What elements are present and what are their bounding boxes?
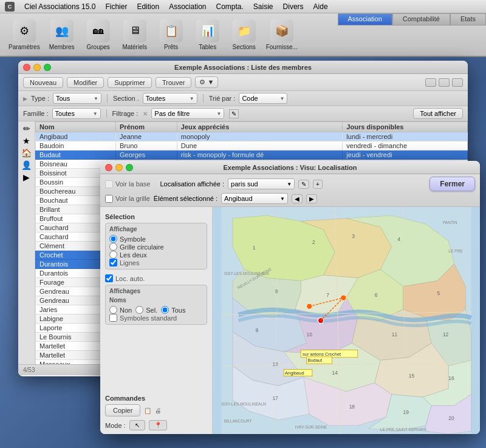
- supprimer-button[interactable]: Supprimer: [108, 77, 152, 88]
- filtrage-select[interactable]: Pas de filtre ▼: [151, 108, 224, 119]
- divider-1: [107, 94, 108, 103]
- table-row[interactable]: BudautGeorgesrisk - monopoly - formule d…: [36, 151, 468, 160]
- print2-icon[interactable]: 🖨: [155, 407, 161, 414]
- table-row[interactable]: AngibaudJeannemonopolylundi - mercredi: [36, 132, 468, 141]
- table-cell-prenom: Georges: [116, 151, 177, 160]
- svg-text:4: 4: [397, 236, 400, 242]
- gear-button[interactable]: ⚙ ▼: [195, 76, 218, 88]
- trouver-button[interactable]: Trouver: [156, 77, 192, 88]
- toolbar-btn-sections[interactable]: 📁 Sections: [230, 19, 259, 50]
- radio-grille-input[interactable]: [109, 243, 117, 251]
- radio-tous: Tous: [161, 306, 185, 314]
- radio-deux-input[interactable]: [109, 251, 117, 259]
- mode-cursor-button[interactable]: ↖: [129, 420, 145, 430]
- loc-auto-label: Loc. auto.: [115, 275, 145, 282]
- col-jours[interactable]: Jours disponibles: [343, 122, 468, 132]
- svg-text:IVRY-SUR-SEINE: IVRY-SUR-SEINE: [295, 425, 327, 429]
- radio-symbole-input[interactable]: [109, 235, 117, 243]
- svg-text:Budaut: Budaut: [307, 358, 323, 363]
- table-cell-prenom: Jeanne: [116, 132, 177, 141]
- copy-icon[interactable]: 📋: [144, 407, 151, 414]
- nouveau-button[interactable]: Nouveau: [23, 77, 63, 88]
- col-jeux[interactable]: Jeux appréciés: [177, 122, 343, 132]
- menu-edition[interactable]: Edition: [132, 1, 164, 12]
- trie-label: Trié par :: [209, 95, 236, 102]
- chart-icon-1[interactable]: [425, 78, 436, 87]
- menu-association[interactable]: Association: [164, 1, 211, 12]
- voir-base-checkbox[interactable]: [105, 180, 113, 188]
- visu-close-button[interactable]: [105, 164, 112, 171]
- radio-sel-input[interactable]: [135, 306, 143, 314]
- print-icon[interactable]: [452, 78, 463, 87]
- tab-association[interactable]: Association: [338, 13, 392, 25]
- famille-select[interactable]: Toutes ▼: [52, 108, 101, 119]
- modifier-button[interactable]: Modifier: [67, 77, 104, 88]
- chart-icon-2[interactable]: [439, 78, 450, 87]
- toolbar-btn-materiels[interactable]: 🖥 Matériels: [120, 19, 149, 50]
- tab-etats[interactable]: Etats: [450, 13, 486, 25]
- menu-divers[interactable]: Divers: [278, 1, 309, 12]
- tout-afficher-button[interactable]: Tout afficher: [413, 108, 463, 119]
- sidebar-star-icon[interactable]: ★: [22, 136, 30, 146]
- mode-pin-button[interactable]: 📍: [149, 420, 167, 430]
- filtrage-edit-icon[interactable]: ✎: [229, 109, 239, 118]
- svg-text:6: 6: [375, 292, 378, 298]
- table-row[interactable]: BaudoinBrunoDunevendredi - dimanche: [36, 141, 468, 151]
- svg-text:3: 3: [352, 233, 355, 239]
- localisation-add-button[interactable]: +: [313, 180, 323, 189]
- close-button[interactable]: [23, 64, 30, 71]
- type-select[interactable]: Tous ▼: [53, 93, 101, 104]
- table-cell-jeux: Dune: [177, 141, 343, 151]
- lignes-checkbox[interactable]: [109, 259, 117, 266]
- element-prev-button[interactable]: ◀: [292, 194, 303, 203]
- toolbar-btn-prets[interactable]: 📋 Prêts: [157, 19, 186, 50]
- trie-select[interactable]: Code ▼: [239, 93, 287, 104]
- element-select[interactable]: Angibaud ▼: [221, 193, 288, 204]
- parametres-label: Paramètres: [9, 44, 40, 50]
- radio-non-input[interactable]: [109, 306, 117, 314]
- localisation-select[interactable]: paris sud ▼: [228, 178, 295, 189]
- menu-aide[interactable]: Aide: [309, 1, 333, 12]
- element-next-button[interactable]: ▶: [306, 194, 317, 203]
- maximize-button[interactable]: [44, 64, 51, 71]
- visu-maximize-button[interactable]: [126, 164, 133, 171]
- col-prenom[interactable]: Prénom: [116, 122, 177, 132]
- visu-minimize-button[interactable]: [115, 164, 123, 171]
- menu-saisie[interactable]: Saisie: [248, 1, 278, 12]
- menu-compta[interactable]: Compta.: [211, 1, 248, 12]
- radio-tous-input[interactable]: [161, 306, 169, 314]
- sidebar-person-icon[interactable]: 👤: [21, 160, 32, 170]
- minimize-button[interactable]: [33, 64, 41, 71]
- localisation-edit-button[interactable]: ✎: [298, 180, 309, 189]
- sidebar-arrow-icon[interactable]: ▶: [23, 172, 30, 182]
- selection-title: Sélection: [105, 213, 207, 220]
- loc-auto-checkbox[interactable]: [105, 274, 113, 282]
- col-nom[interactable]: Nom: [36, 122, 116, 132]
- menu-fichier[interactable]: Fichier: [100, 1, 132, 12]
- loc-auto-row: Loc. auto.: [105, 274, 207, 282]
- radio-symbole: Symbole: [109, 235, 203, 243]
- fermer-button[interactable]: Fermer: [430, 177, 475, 191]
- svg-text:ISSY-LES-MOULINEAUX: ISSY-LES-MOULINEAUX: [221, 402, 267, 406]
- svg-text:BILLANCOURT: BILLANCOURT: [224, 419, 252, 423]
- affichage-box: Affichage Symbole Grille circulaire Les …: [105, 223, 207, 270]
- tab-comptabilite[interactable]: Comptabilité: [392, 13, 450, 25]
- mode-label: Mode :: [105, 422, 126, 429]
- symboles-std-checkbox[interactable]: [109, 314, 117, 322]
- type-label: Type :: [31, 95, 49, 102]
- map-area[interactable]: 1 2 3 4 5 6 7 8 9 10 11 12 13: [213, 207, 480, 434]
- members-toolbar: Nouveau Modifier Supprimer Trouver ⚙ ▼: [18, 74, 468, 91]
- divider-3: [106, 109, 107, 118]
- sidebar-house-icon[interactable]: 🏠: [21, 148, 32, 158]
- toolbar-btn-fournisseurs[interactable]: 📦 Fournisse...: [266, 19, 298, 50]
- voir-grille-checkbox[interactable]: [105, 195, 113, 203]
- section-select[interactable]: Toutes ▼: [143, 93, 197, 104]
- mode-row: Mode : ↖ 📍: [105, 420, 207, 430]
- svg-text:15: 15: [409, 373, 415, 379]
- toolbar-btn-groupes[interactable]: 🏘 Groupes: [84, 19, 113, 50]
- toolbar-btn-membres[interactable]: 👥 Membres: [47, 19, 77, 50]
- sidebar-pencil-icon[interactable]: ✏: [23, 124, 30, 134]
- toolbar-btn-parametres[interactable]: ⚙ Paramètres: [9, 19, 40, 50]
- copier-button[interactable]: Copier: [105, 404, 140, 416]
- toolbar-btn-tables[interactable]: 📊 Tables: [193, 19, 222, 50]
